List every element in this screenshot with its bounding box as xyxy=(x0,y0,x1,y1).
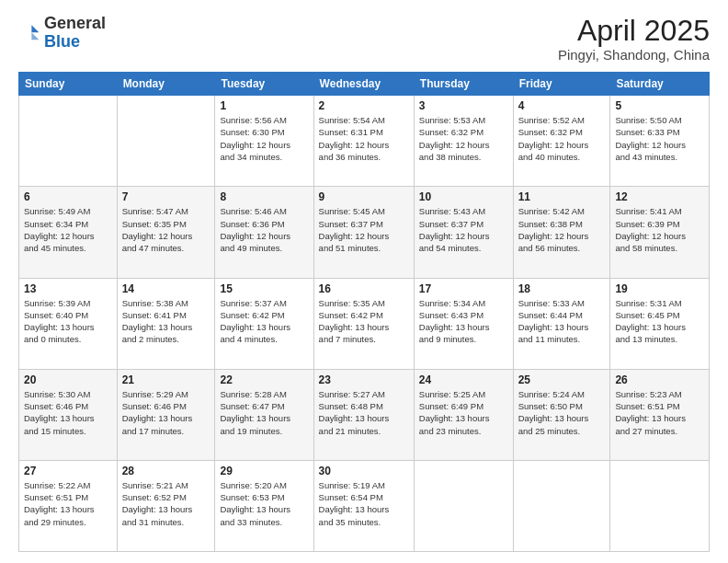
calendar-day: 29Sunrise: 5:20 AM Sunset: 6:53 PM Dayli… xyxy=(215,460,313,551)
calendar-day: 27Sunrise: 5:22 AM Sunset: 6:51 PM Dayli… xyxy=(19,460,118,551)
logo-blue: Blue xyxy=(44,32,80,51)
calendar-day: 2Sunrise: 5:54 AM Sunset: 6:31 PM Daylig… xyxy=(313,96,414,187)
calendar-day: 1Sunrise: 5:56 AM Sunset: 6:30 PM Daylig… xyxy=(215,96,313,187)
title-block: April 2025 Pingyi, Shandong, China xyxy=(558,15,710,63)
calendar-day: 21Sunrise: 5:29 AM Sunset: 6:46 PM Dayli… xyxy=(117,369,215,460)
day-header-sunday: Sunday xyxy=(19,73,118,96)
day-number: 23 xyxy=(319,373,409,386)
header: General Blue April 2025 Pingyi, Shandong… xyxy=(18,15,710,63)
calendar-day: 5Sunrise: 5:50 AM Sunset: 6:33 PM Daylig… xyxy=(610,96,710,187)
day-header-monday: Monday xyxy=(117,73,215,96)
day-header-friday: Friday xyxy=(513,73,610,96)
calendar-day: 13Sunrise: 5:39 AM Sunset: 6:40 PM Dayli… xyxy=(19,278,118,369)
calendar-day: 9Sunrise: 5:45 AM Sunset: 6:37 PM Daylig… xyxy=(313,187,414,278)
day-header-wednesday: Wednesday xyxy=(313,73,414,96)
logo-icon xyxy=(18,22,40,44)
subtitle: Pingyi, Shandong, China xyxy=(558,47,710,63)
day-info: Sunrise: 5:39 AM Sunset: 6:40 PM Dayligh… xyxy=(24,297,112,346)
day-info: Sunrise: 5:23 AM Sunset: 6:51 PM Dayligh… xyxy=(615,388,704,437)
calendar-day: 4Sunrise: 5:52 AM Sunset: 6:32 PM Daylig… xyxy=(513,96,610,187)
day-info: Sunrise: 5:53 AM Sunset: 6:32 PM Dayligh… xyxy=(419,114,508,163)
calendar-day xyxy=(610,460,710,551)
calendar-day: 26Sunrise: 5:23 AM Sunset: 6:51 PM Dayli… xyxy=(610,369,710,460)
calendar-day: 10Sunrise: 5:43 AM Sunset: 6:37 PM Dayli… xyxy=(414,187,513,278)
calendar-day: 19Sunrise: 5:31 AM Sunset: 6:45 PM Dayli… xyxy=(610,278,710,369)
calendar-day: 20Sunrise: 5:30 AM Sunset: 6:46 PM Dayli… xyxy=(19,369,118,460)
day-number: 19 xyxy=(615,282,704,295)
day-number: 20 xyxy=(24,373,112,386)
day-info: Sunrise: 5:21 AM Sunset: 6:52 PM Dayligh… xyxy=(122,479,210,528)
day-info: Sunrise: 5:30 AM Sunset: 6:46 PM Dayligh… xyxy=(24,388,112,437)
day-info: Sunrise: 5:45 AM Sunset: 6:37 PM Dayligh… xyxy=(319,205,409,254)
day-number: 13 xyxy=(24,282,112,295)
day-number: 7 xyxy=(122,190,210,203)
calendar-day xyxy=(117,96,215,187)
day-info: Sunrise: 5:35 AM Sunset: 6:42 PM Dayligh… xyxy=(319,297,409,346)
day-info: Sunrise: 5:33 AM Sunset: 6:44 PM Dayligh… xyxy=(518,297,606,346)
calendar-day: 23Sunrise: 5:27 AM Sunset: 6:48 PM Dayli… xyxy=(313,369,414,460)
day-info: Sunrise: 5:27 AM Sunset: 6:48 PM Dayligh… xyxy=(319,388,409,437)
calendar-week-row: 6Sunrise: 5:49 AM Sunset: 6:34 PM Daylig… xyxy=(19,187,710,278)
day-number: 3 xyxy=(419,99,508,112)
day-number: 26 xyxy=(615,373,704,386)
day-number: 8 xyxy=(220,190,308,203)
calendar-day: 7Sunrise: 5:47 AM Sunset: 6:35 PM Daylig… xyxy=(117,187,215,278)
day-number: 2 xyxy=(319,99,409,112)
day-number: 1 xyxy=(220,99,308,112)
day-number: 21 xyxy=(122,373,210,386)
day-info: Sunrise: 5:54 AM Sunset: 6:31 PM Dayligh… xyxy=(319,114,409,163)
day-number: 16 xyxy=(319,282,409,295)
day-number: 9 xyxy=(319,190,409,203)
logo: General Blue xyxy=(18,15,106,52)
calendar: SundayMondayTuesdayWednesdayThursdayFrid… xyxy=(18,72,710,552)
day-number: 28 xyxy=(122,465,210,477)
calendar-day: 15Sunrise: 5:37 AM Sunset: 6:42 PM Dayli… xyxy=(215,278,313,369)
calendar-day: 6Sunrise: 5:49 AM Sunset: 6:34 PM Daylig… xyxy=(19,187,118,278)
day-info: Sunrise: 5:42 AM Sunset: 6:38 PM Dayligh… xyxy=(518,205,606,254)
day-info: Sunrise: 5:49 AM Sunset: 6:34 PM Dayligh… xyxy=(24,205,112,254)
day-info: Sunrise: 5:19 AM Sunset: 6:54 PM Dayligh… xyxy=(319,479,409,528)
calendar-day: 17Sunrise: 5:34 AM Sunset: 6:43 PM Dayli… xyxy=(414,278,513,369)
calendar-day: 24Sunrise: 5:25 AM Sunset: 6:49 PM Dayli… xyxy=(414,369,513,460)
day-info: Sunrise: 5:56 AM Sunset: 6:30 PM Dayligh… xyxy=(220,114,308,163)
calendar-week-row: 1Sunrise: 5:56 AM Sunset: 6:30 PM Daylig… xyxy=(19,96,710,187)
day-info: Sunrise: 5:29 AM Sunset: 6:46 PM Dayligh… xyxy=(122,388,210,437)
day-info: Sunrise: 5:34 AM Sunset: 6:43 PM Dayligh… xyxy=(419,297,508,346)
calendar-day xyxy=(414,460,513,551)
calendar-day xyxy=(19,96,118,187)
calendar-day: 30Sunrise: 5:19 AM Sunset: 6:54 PM Dayli… xyxy=(313,460,414,551)
day-number: 4 xyxy=(518,99,606,112)
calendar-day: 3Sunrise: 5:53 AM Sunset: 6:32 PM Daylig… xyxy=(414,96,513,187)
day-info: Sunrise: 5:28 AM Sunset: 6:47 PM Dayligh… xyxy=(220,388,308,437)
main-title: April 2025 xyxy=(558,15,710,47)
day-info: Sunrise: 5:41 AM Sunset: 6:39 PM Dayligh… xyxy=(615,205,704,254)
logo-text: General Blue xyxy=(44,15,106,52)
day-number: 10 xyxy=(419,190,508,203)
day-info: Sunrise: 5:22 AM Sunset: 6:51 PM Dayligh… xyxy=(24,479,112,528)
day-info: Sunrise: 5:31 AM Sunset: 6:45 PM Dayligh… xyxy=(615,297,704,346)
day-number: 18 xyxy=(518,282,606,295)
calendar-day: 28Sunrise: 5:21 AM Sunset: 6:52 PM Dayli… xyxy=(117,460,215,551)
calendar-week-row: 20Sunrise: 5:30 AM Sunset: 6:46 PM Dayli… xyxy=(19,369,710,460)
calendar-day: 11Sunrise: 5:42 AM Sunset: 6:38 PM Dayli… xyxy=(513,187,610,278)
calendar-day xyxy=(513,460,610,551)
day-number: 15 xyxy=(220,282,308,295)
calendar-header-row: SundayMondayTuesdayWednesdayThursdayFrid… xyxy=(19,73,710,96)
svg-marker-1 xyxy=(31,32,39,40)
page: General Blue April 2025 Pingyi, Shandong… xyxy=(0,0,728,563)
calendar-day: 12Sunrise: 5:41 AM Sunset: 6:39 PM Dayli… xyxy=(610,187,710,278)
day-header-thursday: Thursday xyxy=(414,73,513,96)
logo-general: General xyxy=(44,14,106,32)
day-header-saturday: Saturday xyxy=(610,73,710,96)
day-info: Sunrise: 5:43 AM Sunset: 6:37 PM Dayligh… xyxy=(419,205,508,254)
day-info: Sunrise: 5:46 AM Sunset: 6:36 PM Dayligh… xyxy=(220,205,308,254)
calendar-week-row: 27Sunrise: 5:22 AM Sunset: 6:51 PM Dayli… xyxy=(19,460,710,551)
day-info: Sunrise: 5:37 AM Sunset: 6:42 PM Dayligh… xyxy=(220,297,308,346)
calendar-day: 16Sunrise: 5:35 AM Sunset: 6:42 PM Dayli… xyxy=(313,278,414,369)
calendar-day: 25Sunrise: 5:24 AM Sunset: 6:50 PM Dayli… xyxy=(513,369,610,460)
calendar-day: 22Sunrise: 5:28 AM Sunset: 6:47 PM Dayli… xyxy=(215,369,313,460)
day-info: Sunrise: 5:47 AM Sunset: 6:35 PM Dayligh… xyxy=(122,205,210,254)
day-info: Sunrise: 5:50 AM Sunset: 6:33 PM Dayligh… xyxy=(615,114,704,163)
day-number: 6 xyxy=(24,190,112,203)
day-number: 29 xyxy=(220,465,308,477)
